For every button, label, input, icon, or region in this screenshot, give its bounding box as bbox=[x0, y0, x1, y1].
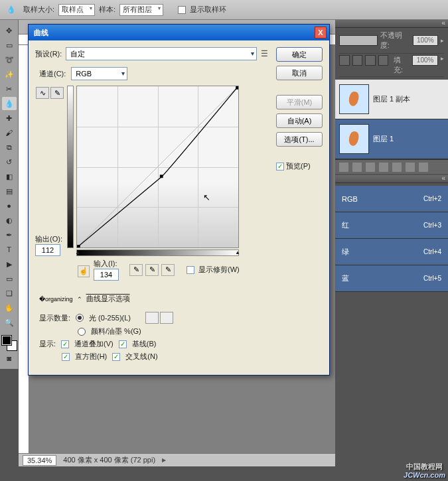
channels-panel-header[interactable] bbox=[335, 175, 448, 183]
histogram-label: 直方图(H) bbox=[75, 352, 107, 362]
fill-value[interactable]: 100% bbox=[412, 55, 438, 66]
lock-paint-icon[interactable] bbox=[352, 55, 363, 66]
channel-shortcut: Ctrl+2 bbox=[423, 195, 441, 202]
move-tool[interactable]: ✥ bbox=[2, 24, 17, 37]
crop-tool[interactable]: ✂ bbox=[2, 82, 17, 96]
right-panels: 不透明度: 100% ▸ 填充: 100% ▸ 图层 1 副本 图层 1 bbox=[335, 20, 448, 466]
ink-radio[interactable] bbox=[78, 328, 86, 336]
3d-tool[interactable]: ❑ bbox=[2, 287, 17, 300]
dialog-title-bar[interactable]: 曲线 X bbox=[29, 25, 329, 40]
channel-item-blue[interactable]: 蓝 Ctrl+5 bbox=[335, 265, 448, 292]
channel-overlay-checkbox[interactable] bbox=[61, 340, 69, 348]
opacity-value[interactable]: 100% bbox=[413, 35, 438, 46]
eyedropper-black-icon[interactable]: ✎ bbox=[129, 264, 143, 276]
options-button[interactable]: 选项(T)... bbox=[276, 132, 323, 147]
output-gradient bbox=[67, 86, 74, 248]
lasso-tool[interactable]: ➰ bbox=[2, 53, 17, 66]
input-label: 输入(I): bbox=[94, 259, 119, 269]
svg-rect-3 bbox=[236, 86, 238, 90]
hand-tool[interactable]: ✋ bbox=[2, 301, 17, 314]
channel-combo[interactable]: RGB bbox=[71, 67, 127, 80]
grid-coarse-button[interactable] bbox=[160, 312, 173, 324]
zoom-field[interactable]: 35.34% bbox=[23, 455, 56, 466]
sample-size-combo[interactable]: 取样点 bbox=[58, 4, 95, 16]
cancel-button[interactable]: 取消 bbox=[276, 66, 323, 80]
layer-list: 图层 1 副本 图层 1 bbox=[335, 80, 448, 159]
channel-item-rgb[interactable]: RGB Ctrl+2 bbox=[335, 186, 448, 212]
channel-item-green[interactable]: 绿 Ctrl+4 bbox=[335, 239, 448, 265]
layer-item[interactable]: 图层 1 bbox=[335, 119, 448, 159]
dodge-tool[interactable]: ◐ bbox=[2, 214, 17, 227]
curve-display-disclosure[interactable]: �organizing ⌃ 曲线显示选项 bbox=[39, 294, 268, 304]
quickmask-toggle[interactable]: ◙ bbox=[2, 352, 17, 365]
layer-mask-icon[interactable] bbox=[366, 163, 375, 172]
brush-tool[interactable]: 🖌 bbox=[2, 126, 17, 139]
color-swatches[interactable] bbox=[2, 336, 17, 350]
input-field[interactable] bbox=[94, 269, 119, 281]
lock-position-icon[interactable] bbox=[365, 55, 376, 66]
healing-tool[interactable]: ✚ bbox=[2, 111, 17, 125]
stamp-tool[interactable]: ⧉ bbox=[2, 141, 17, 154]
trash-icon[interactable] bbox=[419, 163, 428, 172]
wand-tool[interactable]: ✨ bbox=[2, 68, 17, 81]
blend-mode-combo[interactable] bbox=[339, 35, 378, 46]
channel-item-red[interactable]: 红 Ctrl+3 bbox=[335, 212, 448, 239]
target-adjust-tool[interactable]: ☝ bbox=[78, 265, 90, 277]
path-select-tool[interactable]: ▶ bbox=[2, 257, 17, 271]
layer-name[interactable]: 图层 1 副本 bbox=[373, 94, 410, 104]
eyedropper-white-icon[interactable]: ✎ bbox=[161, 264, 175, 276]
preset-combo[interactable]: 自定 bbox=[66, 47, 257, 60]
history-brush-tool[interactable]: ↺ bbox=[2, 155, 17, 169]
smooth-button: 平滑(M) bbox=[276, 95, 323, 109]
curve-pencil-tool[interactable]: ✎ bbox=[50, 87, 64, 99]
layer-fx-icon[interactable] bbox=[352, 163, 362, 172]
grid-fine-button[interactable] bbox=[145, 312, 159, 324]
channel-shortcut: Ctrl+5 bbox=[423, 275, 441, 282]
marquee-tool[interactable]: ▭ bbox=[2, 38, 17, 52]
layer-item[interactable]: 图层 1 副本 bbox=[335, 80, 448, 119]
light-radio[interactable] bbox=[76, 314, 84, 322]
watermark-url: JCWcn.com bbox=[404, 471, 445, 479]
curve-point-tool[interactable]: ∿ bbox=[36, 87, 49, 99]
ink-label: 颜料/油墨 %(G) bbox=[91, 326, 141, 336]
link-layers-icon[interactable] bbox=[339, 163, 348, 172]
gradient-tool[interactable]: ▤ bbox=[2, 184, 17, 198]
close-icon[interactable]: X bbox=[315, 27, 327, 38]
show-sample-ring-checkbox[interactable] bbox=[178, 6, 186, 14]
blur-tool[interactable]: ● bbox=[2, 199, 17, 212]
input-gradient[interactable] bbox=[76, 249, 239, 256]
output-field[interactable] bbox=[35, 244, 60, 256]
group-icon[interactable] bbox=[392, 163, 402, 172]
disclosure-triangle-icon: �organizing bbox=[39, 296, 73, 303]
type-tool[interactable]: T bbox=[2, 243, 17, 256]
intersection-checkbox[interactable] bbox=[112, 353, 120, 361]
preset-menu-icon[interactable]: ☰ bbox=[261, 49, 268, 58]
lock-transparency-icon[interactable] bbox=[339, 55, 350, 66]
pen-tool[interactable]: ✒ bbox=[2, 228, 17, 241]
eraser-tool[interactable]: ◧ bbox=[2, 170, 17, 183]
eyedropper-tool[interactable]: 💧 bbox=[2, 97, 17, 110]
eyedropper-tool-icon[interactable]: 💧 bbox=[3, 2, 19, 18]
auto-button[interactable]: 自动(A) bbox=[276, 113, 323, 128]
show-clip-checkbox[interactable] bbox=[187, 266, 194, 274]
fg-color[interactable] bbox=[2, 336, 11, 345]
doc-info-arrow[interactable]: ▶ bbox=[162, 457, 166, 463]
preview-checkbox[interactable] bbox=[276, 163, 284, 171]
zoom-tool[interactable]: 🔍 bbox=[2, 316, 17, 329]
shape-tool[interactable]: ▭ bbox=[2, 272, 17, 285]
layer-name[interactable]: 图层 1 bbox=[373, 134, 394, 144]
lock-all-icon[interactable] bbox=[378, 55, 389, 66]
layers-panel-header[interactable] bbox=[335, 20, 448, 28]
sample-combo[interactable]: 所有图层 bbox=[119, 4, 163, 16]
curves-graph[interactable]: ↖ bbox=[76, 86, 239, 248]
histogram-checkbox[interactable] bbox=[62, 353, 70, 361]
channel-name: 绿 bbox=[342, 247, 349, 257]
new-layer-icon[interactable] bbox=[406, 163, 415, 172]
svg-rect-2 bbox=[77, 245, 80, 247]
fill-arrow-icon[interactable]: ▸ bbox=[441, 55, 444, 75]
ok-button[interactable]: 确定 bbox=[276, 47, 323, 62]
eyedropper-gray-icon[interactable]: ✎ bbox=[145, 264, 159, 276]
baseline-checkbox[interactable] bbox=[119, 340, 127, 348]
adjustment-layer-icon[interactable] bbox=[379, 163, 388, 172]
opacity-arrow-icon[interactable]: ▸ bbox=[441, 37, 444, 44]
